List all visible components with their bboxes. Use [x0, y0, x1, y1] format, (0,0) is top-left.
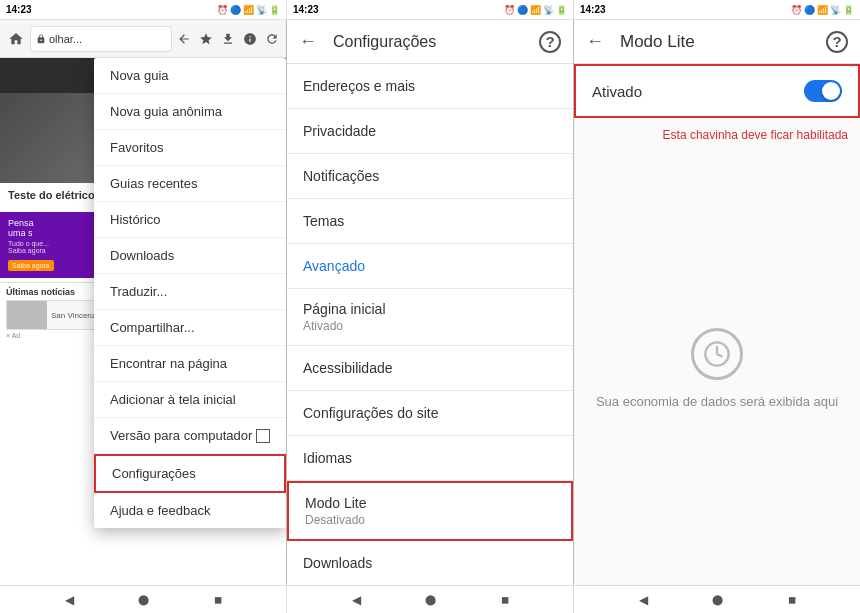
data-circle-icon — [691, 328, 743, 380]
url-text: olhar... — [49, 33, 82, 45]
nav-home-btn-3[interactable]: ⬤ — [712, 594, 723, 605]
settings-item-modo-lite[interactable]: Modo Lite Desativado — [287, 481, 573, 541]
empty-state-text: Sua economia de dados será exibida aqui — [596, 394, 838, 409]
refresh-button[interactable] — [262, 27, 282, 51]
menu-item-adicionar[interactable]: Adicionar à tela inicial — [94, 382, 286, 418]
news-title: Últimas notícias — [6, 287, 75, 297]
nav-home-btn-2[interactable]: ⬤ — [425, 594, 436, 605]
checkbox-icon — [256, 429, 270, 443]
annotation-text: Esta chavinha deve ficar habilitada — [574, 118, 860, 152]
news-thumb — [7, 301, 47, 329]
menu-item-configuracoes[interactable]: Configurações — [94, 454, 286, 493]
alarm-icon: ⏰ — [217, 5, 228, 15]
star-icon — [199, 32, 213, 46]
menu-item-ajuda[interactable]: Ajuda e feedback — [94, 493, 286, 528]
alarm-icon-2: ⏰ — [504, 5, 515, 15]
configuracoes-title: Configurações — [333, 33, 523, 51]
settings-item-configuracoes-site[interactable]: Configurações do site — [287, 391, 573, 436]
status-time-3: 14:23 — [580, 4, 606, 15]
nav-back-btn-1[interactable]: ◀ — [65, 593, 74, 607]
wifi-icon-3: 📡 — [830, 5, 841, 15]
signal-icon: 📶 — [243, 5, 254, 15]
nav-back-btn-2[interactable]: ◀ — [352, 593, 361, 607]
battery-icon: 🔋 — [269, 5, 280, 15]
status-bar-2: 14:23 ⏰ 🔵 📶 📡 🔋 — [287, 0, 574, 19]
signal-icon-3: 📶 — [817, 5, 828, 15]
url-bar[interactable]: olhar... — [30, 26, 172, 52]
settings-list: Endereços e mais Privacidade Notificaçõe… — [287, 64, 573, 585]
configuracoes-help-button[interactable]: ? — [539, 31, 561, 53]
modo-lite-panel: ← Modo Lite ? Ativado Esta chavinha deve… — [574, 20, 860, 585]
settings-item-privacidade[interactable]: Privacidade — [287, 109, 573, 154]
lock-icon — [36, 34, 46, 44]
back-button[interactable] — [174, 27, 194, 51]
settings-item-avancado[interactable]: Avançado — [287, 244, 573, 289]
menu-item-nova-guia[interactable]: Nova guia — [94, 58, 286, 94]
settings-item-acessibilidade[interactable]: Acessibilidade — [287, 346, 573, 391]
battery-icon-3: 🔋 — [843, 5, 854, 15]
modo-lite-back-button[interactable]: ← — [586, 31, 604, 52]
wifi-icon: 📡 — [256, 5, 267, 15]
bottom-nav: ◀ ⬤ ◼ ◀ ⬤ ◼ ◀ ⬤ ◼ — [0, 585, 860, 613]
nav-back-btn-3[interactable]: ◀ — [639, 593, 648, 607]
nav-recent-btn-2[interactable]: ◼ — [501, 594, 509, 605]
settings-item-idiomas[interactable]: Idiomas — [287, 436, 573, 481]
download-button[interactable] — [218, 27, 238, 51]
configuracoes-panel: ← Configurações ? Endereços e mais Priva… — [287, 20, 574, 585]
settings-item-notificacoes[interactable]: Notificações — [287, 154, 573, 199]
status-bar-3: 14:23 ⏰ 🔵 📶 📡 🔋 — [574, 0, 860, 19]
nav-recent-btn-1[interactable]: ◼ — [214, 594, 222, 605]
settings-pagina-label: Página inicial — [303, 301, 557, 317]
settings-modo-sub: Desativado — [305, 513, 555, 527]
toggle-switch[interactable] — [804, 80, 842, 102]
status-icons-1: ⏰ 🔵 📶 📡 🔋 — [217, 5, 280, 15]
menu-item-compartilhar[interactable]: Compartilhar... — [94, 310, 286, 346]
nav-recent-btn-3[interactable]: ◼ — [788, 594, 796, 605]
alarm-icon-3: ⏰ — [791, 5, 802, 15]
menu-item-favoritos[interactable]: Favoritos — [94, 130, 286, 166]
status-time-2: 14:23 — [293, 4, 319, 15]
bluetooth-icon: 🔵 — [230, 5, 241, 15]
signal-icon-2: 📶 — [530, 5, 541, 15]
browser-content: Teste do elétrico v... confira o Pensaum… — [0, 58, 286, 585]
menu-item-guias-recentes[interactable]: Guias recentes — [94, 166, 286, 202]
menu-item-traduzir[interactable]: Traduzir... — [94, 274, 286, 310]
settings-modo-label: Modo Lite — [305, 495, 555, 511]
status-time-1: 14:23 — [6, 4, 32, 15]
settings-item-enderecos[interactable]: Endereços e mais — [287, 64, 573, 109]
info-button[interactable] — [240, 27, 260, 51]
bottom-nav-panel-3: ◀ ⬤ ◼ — [574, 586, 860, 613]
menu-item-historico[interactable]: Histórico — [94, 202, 286, 238]
dropdown-menu[interactable]: Nova guia Nova guia anônima Favoritos Gu… — [94, 58, 286, 528]
menu-item-nova-anonima[interactable]: Nova guia anônima — [94, 94, 286, 130]
modo-lite-header: ← Modo Lite ? — [574, 20, 860, 64]
status-bar-1: 14:23 ⏰ 🔵 📶 📡 🔋 — [0, 0, 287, 19]
ad-marker: × Ad — [6, 332, 20, 339]
status-icons-3: ⏰ 🔵 📶 📡 🔋 — [791, 5, 854, 15]
configuracoes-back-button[interactable]: ← — [299, 31, 317, 52]
home-button[interactable] — [4, 27, 28, 51]
settings-item-downloads[interactable]: Downloads — [287, 541, 573, 585]
settings-item-pagina-inicial[interactable]: Página inicial Ativado — [287, 289, 573, 346]
bottom-nav-panel-1: ◀ ⬤ ◼ — [0, 586, 287, 613]
info-icon — [243, 32, 257, 46]
refresh-icon — [265, 32, 279, 46]
status-icons-2: ⏰ 🔵 📶 📡 🔋 — [504, 5, 567, 15]
toggle-knob — [822, 82, 840, 100]
menu-item-encontrar[interactable]: Encontrar na página — [94, 346, 286, 382]
modo-lite-help-button[interactable]: ? — [826, 31, 848, 53]
modo-lite-toggle-row: Ativado — [574, 64, 860, 118]
browser-panel: olhar... Te — [0, 20, 287, 585]
star-button[interactable] — [196, 27, 216, 51]
browser-toolbar: olhar... — [0, 20, 286, 58]
download-icon — [221, 32, 235, 46]
bottom-nav-panel-2: ◀ ⬤ ◼ — [287, 586, 574, 613]
battery-icon-2: 🔋 — [556, 5, 567, 15]
settings-item-temas[interactable]: Temas — [287, 199, 573, 244]
ad-button[interactable]: Saiba agora — [8, 260, 54, 271]
menu-item-versao[interactable]: Versão para computador — [94, 418, 286, 454]
menu-item-downloads[interactable]: Downloads — [94, 238, 286, 274]
settings-pagina-sub: Ativado — [303, 319, 557, 333]
back-arrow-icon — [177, 32, 191, 46]
nav-home-btn-1[interactable]: ⬤ — [138, 594, 149, 605]
